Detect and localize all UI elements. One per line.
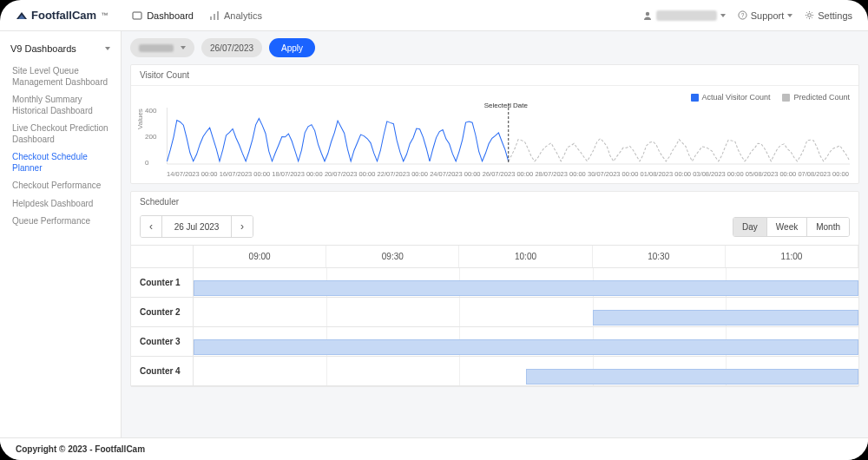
view-month-button[interactable]: Month <box>807 218 849 236</box>
y-tick-0: 0 <box>145 159 148 167</box>
x-tick: 28/07/2023 00:00 <box>534 170 587 178</box>
support-link[interactable]: ? Support <box>738 10 793 21</box>
date-picker[interactable]: 26/07/2023 <box>201 38 262 57</box>
schedule-bar[interactable] <box>194 339 858 355</box>
sidebar-item[interactable]: Helpdesk Dashboard <box>10 195 121 214</box>
svg-rect-2 <box>214 14 215 20</box>
main-content: 26/07/2023 Apply Visitor Count Actual Vi… <box>122 31 868 437</box>
chevron-down-icon <box>181 46 186 49</box>
view-week-button[interactable]: Week <box>767 218 807 236</box>
sidebar-group-toggle[interactable]: V9 Dashboards <box>0 38 121 59</box>
x-tick: 30/07/2023 00:00 <box>587 170 640 178</box>
top-nav: Dashboard Analytics <box>132 10 262 21</box>
time-header: 10:30 <box>593 246 726 267</box>
next-day-button[interactable]: › <box>232 216 253 237</box>
chevron-right-icon: › <box>240 220 244 233</box>
support-icon: ? <box>738 10 747 20</box>
apply-button[interactable]: Apply <box>269 38 315 57</box>
footer-copyright: Copyright © 2023 - FootfallCam <box>16 444 145 454</box>
x-tick: 24/07/2023 00:00 <box>429 170 482 178</box>
selected-date-label: Selected Date <box>484 102 528 109</box>
filter-row: 26/07/2023 Apply <box>130 38 859 57</box>
settings-label: Settings <box>818 10 852 21</box>
x-tick-row: 14/07/2023 00:0016/07/2023 00:0018/07/20… <box>140 170 850 178</box>
sidebar-item[interactable]: Site Level Queue Management Dashboard <box>10 62 121 91</box>
sidebar-item[interactable]: Monthly Summary Historical Dashboard <box>10 91 121 120</box>
y-tick-400: 400 <box>145 107 156 115</box>
support-label: Support <box>751 10 785 21</box>
x-tick: 05/08/2023 00:00 <box>745 170 798 178</box>
sidebar-list: Site Level Queue Management DashboardMon… <box>0 59 121 231</box>
site-name-redacted <box>139 44 174 52</box>
sidebar-item[interactable]: Live Checkout Prediction Dashboard <box>10 120 121 148</box>
legend-predicted: Predicted Count <box>782 93 850 102</box>
chart-area: Values 400 200 0 Selected Date 14/07/202… <box>140 103 850 181</box>
scheduler-track[interactable] <box>194 327 858 356</box>
x-tick: 03/08/2023 00:00 <box>692 170 745 178</box>
chart-legend: Actual Visitor Count Predicted Count <box>140 93 850 102</box>
analytics-icon <box>209 10 220 21</box>
x-tick: 16/07/2023 00:00 <box>219 170 272 178</box>
schedule-bar[interactable] <box>526 369 858 384</box>
sidebar-item[interactable]: Checkout Performance <box>10 177 121 195</box>
nav-dashboard[interactable]: Dashboard <box>132 10 194 21</box>
prev-day-button[interactable]: ‹ <box>141 216 162 237</box>
nav-analytics[interactable]: Analytics <box>209 10 262 21</box>
sidebar-item[interactable]: Queue Performance <box>10 213 121 231</box>
y-axis-label: Values <box>136 108 144 129</box>
x-tick: 20/07/2023 00:00 <box>324 170 377 178</box>
sidebar-group-label: V9 Dashboards <box>10 43 76 54</box>
x-tick: 26/07/2023 00:00 <box>482 170 535 178</box>
view-toggle-group: Day Week Month <box>733 217 850 237</box>
scheduler-row: Counter 4 <box>131 357 858 386</box>
topbar: FootfallCam™ Dashboard Analytics ? Suppo… <box>0 0 868 31</box>
dashboard-icon <box>132 10 142 21</box>
scheduler-track[interactable] <box>194 357 858 385</box>
settings-link[interactable]: Settings <box>805 10 852 21</box>
svg-rect-3 <box>217 11 219 20</box>
date-value: 26/07/2023 <box>210 43 253 53</box>
x-tick: 07/08/2023 00:00 <box>797 170 850 178</box>
date-nav-group: ‹ 26 Jul 2023 › <box>140 215 253 238</box>
brand-icon <box>16 10 28 21</box>
y-tick-200: 200 <box>145 133 156 141</box>
time-header: 09:30 <box>326 246 459 267</box>
footer: Copyright © 2023 - FootfallCam <box>0 437 868 460</box>
svg-rect-1 <box>210 16 212 20</box>
scheduler-toolbar: ‹ 26 Jul 2023 › Day Week Month <box>131 212 858 245</box>
chevron-left-icon: ‹ <box>149 220 153 233</box>
view-day-button[interactable]: Day <box>733 218 767 236</box>
time-header: 11:00 <box>726 246 858 267</box>
chart-svg <box>140 103 850 168</box>
x-tick: 18/07/2023 00:00 <box>271 170 324 178</box>
user-menu[interactable] <box>642 10 726 21</box>
sidebar-item[interactable]: Checkout Schedule Planner <box>10 148 121 177</box>
nav-dashboard-label: Dashboard <box>147 10 194 21</box>
schedule-bar[interactable] <box>194 280 858 296</box>
sidebar: V9 Dashboards Site Level Queue Managemen… <box>0 31 122 437</box>
counter-label: Counter 4 <box>131 357 194 385</box>
chevron-down-icon <box>787 14 792 17</box>
svg-rect-0 <box>133 12 141 19</box>
scheduler-time-headers: 09:0009:3010:0010:3011:00 <box>194 246 858 267</box>
scheduler-panel: Scheduler ‹ 26 Jul 2023 › Day Week Month <box>130 191 859 387</box>
x-tick: 01/08/2023 00:00 <box>639 170 692 178</box>
apply-label: Apply <box>281 43 303 53</box>
scheduler-track[interactable] <box>194 268 858 297</box>
site-select[interactable] <box>130 38 194 57</box>
scheduler-track[interactable] <box>194 298 858 326</box>
scheduler-title: Scheduler <box>131 192 858 212</box>
scheduler-header-row: 09:0009:3010:0010:3011:00 <box>131 246 858 268</box>
topbar-right: ? Support Settings <box>642 10 852 21</box>
scheduler-date-button[interactable]: 26 Jul 2023 <box>162 216 232 237</box>
counter-label: Counter 2 <box>131 298 194 326</box>
brand-text: FootfallCam <box>31 9 96 22</box>
x-tick: 14/07/2023 00:00 <box>166 170 219 178</box>
user-name-redacted <box>656 10 717 21</box>
nav-analytics-label: Analytics <box>224 10 262 21</box>
time-header: 10:00 <box>459 246 592 267</box>
schedule-bar[interactable] <box>593 310 858 325</box>
counter-label: Counter 3 <box>131 327 194 356</box>
scheduler-row: Counter 3 <box>131 327 858 357</box>
scheduler-row: Counter 2 <box>131 298 858 327</box>
